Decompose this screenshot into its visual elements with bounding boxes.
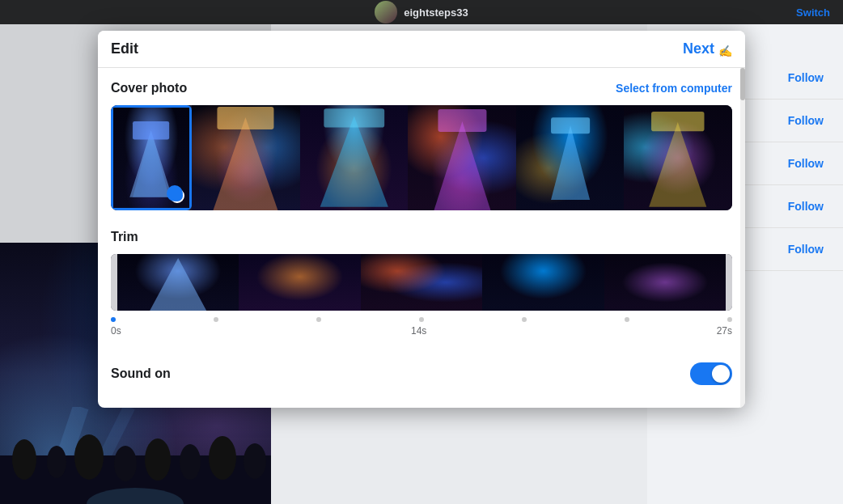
timeline-dots xyxy=(111,317,732,322)
svg-marker-17 xyxy=(320,116,388,207)
svg-rect-14 xyxy=(133,121,169,140)
modal-overlay: Edit Next ✍ Cover photo Select from comp… xyxy=(0,24,843,504)
trim-section: Trim xyxy=(111,230,732,337)
thumbnails-strip xyxy=(111,105,732,210)
trim-label: Trim xyxy=(111,230,732,244)
svg-rect-22 xyxy=(551,117,590,133)
trim-handle-right[interactable] xyxy=(726,254,732,311)
thumbnail-selected[interactable] xyxy=(111,105,192,210)
stage-svg-2 xyxy=(202,105,289,210)
timeline-dot-end xyxy=(727,317,732,322)
next-button[interactable]: Next ✍ xyxy=(683,40,732,57)
avatar xyxy=(375,1,397,23)
svg-marker-15 xyxy=(214,117,278,210)
svg-marker-13 xyxy=(133,130,169,197)
stage-svg-5 xyxy=(538,105,603,210)
sound-toggle[interactable] xyxy=(690,362,732,385)
timeline-end-label: 27s xyxy=(717,325,732,337)
top-bar: eightsteps33 Switch xyxy=(0,0,843,24)
thumbnail-4[interactable] xyxy=(408,105,516,210)
username-label: eightsteps33 xyxy=(404,6,468,19)
cover-photo-section-header: Cover photo Select from computer xyxy=(111,81,732,95)
selected-indicator xyxy=(170,188,184,203)
sound-label: Sound on xyxy=(111,366,171,381)
switch-button[interactable]: Switch xyxy=(796,6,830,19)
stage-svg-6 xyxy=(640,105,716,210)
svg-marker-23 xyxy=(650,122,707,207)
modal-body[interactable]: Cover photo Select from computer xyxy=(98,68,745,408)
stage-svg-3 xyxy=(316,105,392,210)
timeline-dot-middle xyxy=(419,317,424,322)
svg-rect-24 xyxy=(651,112,704,131)
timeline-dot-5 xyxy=(522,317,527,322)
user-info: eightsteps33 xyxy=(375,1,468,23)
timeline-dot-2 xyxy=(214,317,218,322)
svg-marker-19 xyxy=(434,121,490,210)
cover-photo-label: Cover photo xyxy=(111,81,187,95)
trim-timeline[interactable] xyxy=(111,254,732,311)
timeline-dot-start xyxy=(111,317,116,322)
modal-header: Edit Next ✍ xyxy=(98,31,745,68)
avatar-image xyxy=(375,1,397,23)
cursor-icon: ✍ xyxy=(718,44,732,57)
thumbnail-3[interactable] xyxy=(300,105,409,210)
toggle-knob xyxy=(712,365,730,383)
scroll-thumb xyxy=(740,68,745,100)
trim-thumb-3 xyxy=(361,254,482,311)
trim-thumb-4 xyxy=(482,254,604,311)
sound-section: Sound on xyxy=(111,353,732,395)
timeline-start-label: 0s xyxy=(111,325,121,337)
timeline-labels: 0s 14s 27s xyxy=(111,325,732,337)
edit-modal: Edit Next ✍ Cover photo Select from comp… xyxy=(98,31,745,408)
select-from-computer-button[interactable]: Select from computer xyxy=(616,82,732,95)
thumbnail-6[interactable] xyxy=(624,105,732,210)
modal-title: Edit xyxy=(111,40,138,57)
svg-marker-25 xyxy=(150,258,206,311)
trim-thumb-1 xyxy=(117,254,239,311)
timeline-dot-6 xyxy=(625,317,629,322)
trim-thumb-5 xyxy=(604,254,726,311)
trim-handle-left[interactable] xyxy=(111,254,117,311)
svg-marker-21 xyxy=(551,125,590,200)
svg-rect-18 xyxy=(324,108,384,127)
timeline-middle-label: 14s xyxy=(411,325,426,337)
trim-thumb-2 xyxy=(239,254,360,311)
trim-stage-1 xyxy=(129,254,227,311)
thumbnail-2[interactable] xyxy=(192,105,300,210)
timeline-dot-3 xyxy=(316,317,321,322)
scroll-indicator xyxy=(740,68,745,408)
stage-svg-4 xyxy=(419,105,506,210)
svg-rect-16 xyxy=(218,107,274,129)
svg-rect-20 xyxy=(438,109,486,132)
thumbnail-5[interactable] xyxy=(516,105,625,210)
stage-cone-svg xyxy=(121,108,181,208)
